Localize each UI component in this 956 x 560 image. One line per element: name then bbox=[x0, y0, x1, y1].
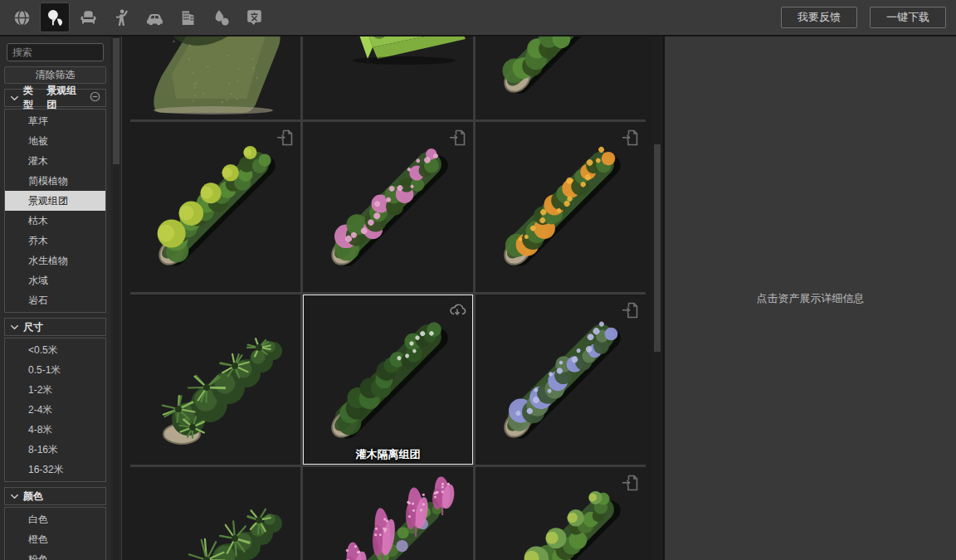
furniture-icon[interactable] bbox=[73, 2, 103, 32]
toolbar-actions: 我要反馈 一键下载 bbox=[781, 7, 946, 28]
filter-item[interactable]: 简模植物 bbox=[5, 171, 105, 191]
filter-item[interactable]: 橙色 bbox=[5, 529, 105, 549]
cloud-download-icon[interactable] bbox=[447, 300, 467, 320]
asset-thumbnail bbox=[130, 295, 300, 465]
filter-item[interactable]: 4-8米 bbox=[5, 420, 105, 440]
asset-tile-selected[interactable]: 灌木隔离组团 bbox=[303, 295, 473, 465]
asset-tile[interactable] bbox=[303, 37, 473, 119]
filter-item[interactable]: 2-4米 bbox=[5, 400, 105, 420]
globe-icon[interactable] bbox=[7, 2, 37, 32]
filter-sidebar: 清除筛选 类型景观组团草坪地被灌木简模植物景观组团枯木乔木水生植物水域岩石尺寸<… bbox=[0, 37, 121, 560]
import-to-scene-icon[interactable] bbox=[447, 128, 467, 148]
filter-item[interactable]: 乔木 bbox=[5, 231, 105, 251]
chevron-down-icon bbox=[10, 323, 19, 332]
asset-tile[interactable] bbox=[476, 37, 646, 119]
filter-item[interactable]: 地被 bbox=[5, 131, 105, 151]
import-to-scene-icon[interactable] bbox=[620, 300, 640, 320]
character-icon[interactable] bbox=[106, 2, 136, 32]
filter-item[interactable]: 16-32米 bbox=[5, 460, 105, 480]
filter-item[interactable]: 水域 bbox=[5, 270, 105, 290]
asset-tile-label: 灌木隔离组团 bbox=[303, 447, 473, 462]
vehicle-icon[interactable] bbox=[139, 2, 169, 32]
filter-item[interactable]: 1-2米 bbox=[5, 380, 105, 400]
detail-placeholder-text: 点击资产展示详细信息 bbox=[757, 291, 865, 306]
asset-tile[interactable] bbox=[130, 37, 300, 119]
sidebar-scrollbar[interactable] bbox=[110, 37, 121, 560]
top-toolbar: 我要反馈 一键下载 bbox=[0, 0, 956, 37]
import-to-scene-icon[interactable] bbox=[275, 128, 295, 148]
filter-sections: 类型景观组团草坪地被灌木简模植物景观组团枯木乔木水生植物水域岩石尺寸<0.5米0… bbox=[0, 89, 110, 560]
filter-item[interactable]: 景观组团 bbox=[5, 191, 105, 211]
asset-thumbnail bbox=[130, 37, 300, 119]
filter-item[interactable]: 草坪 bbox=[5, 111, 105, 131]
section-items-2: 白色橙色粉色 bbox=[4, 507, 106, 560]
clear-filter-button[interactable]: 清除筛选 bbox=[4, 66, 106, 84]
feedback-button[interactable]: 我要反馈 bbox=[781, 7, 857, 28]
filter-item[interactable]: 灌木 bbox=[5, 151, 105, 171]
material-icon[interactable] bbox=[206, 2, 236, 32]
asset-thumbnail bbox=[130, 467, 300, 560]
search-input[interactable] bbox=[7, 43, 104, 61]
building-icon[interactable] bbox=[173, 2, 202, 32]
plant-icon[interactable] bbox=[40, 2, 70, 32]
asset-tile[interactable] bbox=[476, 467, 646, 560]
download-all-button[interactable]: 一键下载 bbox=[870, 7, 946, 28]
section-items-0: 草坪地被灌木简模植物景观组团枯木乔木水生植物水域岩石 bbox=[4, 109, 106, 313]
filter-item[interactable]: 岩石 bbox=[5, 290, 105, 310]
main-area: 清除筛选 类型景观组团草坪地被灌木简模植物景观组团枯木乔木水生植物水域岩石尺寸<… bbox=[0, 37, 956, 560]
section-header-0[interactable]: 类型景观组团 bbox=[4, 89, 106, 107]
minus-circle-icon[interactable] bbox=[90, 91, 100, 105]
section-header-2[interactable]: 颜色 bbox=[4, 487, 106, 505]
filter-item[interactable]: <0.5米 bbox=[5, 340, 105, 360]
asset-grid: 灌木隔离组团 bbox=[130, 37, 646, 560]
asset-tile[interactable] bbox=[130, 122, 300, 292]
chevron-down-icon bbox=[10, 492, 19, 501]
asset-thumbnail bbox=[303, 467, 473, 560]
filter-sidebar-content: 清除筛选 类型景观组团草坪地被灌木简模植物景观组团枯木乔木水生植物水域岩石尺寸<… bbox=[0, 37, 110, 560]
sidebar-scrollbar-thumb[interactable] bbox=[113, 38, 120, 164]
asset-thumbnail bbox=[476, 37, 646, 119]
section-title: 尺寸 bbox=[23, 320, 43, 334]
asset-tile[interactable] bbox=[130, 295, 300, 465]
asset-grid-panel: 灌木隔离组团 bbox=[121, 37, 663, 560]
section-header-1[interactable]: 尺寸 bbox=[4, 318, 106, 336]
section-items-1: <0.5米0.5-1米1-2米2-4米4-8米8-16米16-32米 bbox=[4, 338, 106, 482]
text-label-icon[interactable] bbox=[239, 2, 269, 32]
import-to-scene-icon[interactable] bbox=[620, 128, 640, 148]
import-to-scene-icon[interactable] bbox=[620, 473, 640, 493]
asset-tile[interactable] bbox=[476, 295, 646, 465]
grid-scrollbar-thumb[interactable] bbox=[654, 144, 661, 352]
filter-item[interactable]: 0.5-1米 bbox=[5, 360, 105, 380]
asset-tile[interactable] bbox=[303, 467, 473, 560]
section-selected-value: 景观组团 bbox=[46, 84, 85, 112]
filter-item[interactable]: 枯木 bbox=[5, 211, 105, 231]
grid-scrollbar[interactable] bbox=[653, 37, 661, 560]
filter-item[interactable]: 白色 bbox=[5, 509, 105, 529]
asset-tile[interactable] bbox=[303, 122, 473, 292]
asset-thumbnail bbox=[303, 37, 473, 119]
detail-panel: 点击资产展示详细信息 bbox=[663, 37, 956, 560]
section-title: 类型 bbox=[23, 84, 42, 112]
category-tabs bbox=[5, 2, 271, 32]
asset-tile[interactable] bbox=[130, 467, 300, 560]
filter-item[interactable]: 粉色 bbox=[5, 549, 105, 560]
asset-tile[interactable] bbox=[476, 122, 646, 292]
filter-item[interactable]: 8-16米 bbox=[5, 440, 105, 460]
filter-item[interactable]: 水生植物 bbox=[5, 251, 105, 270]
chevron-down-icon bbox=[10, 94, 19, 103]
section-title: 颜色 bbox=[23, 489, 43, 504]
